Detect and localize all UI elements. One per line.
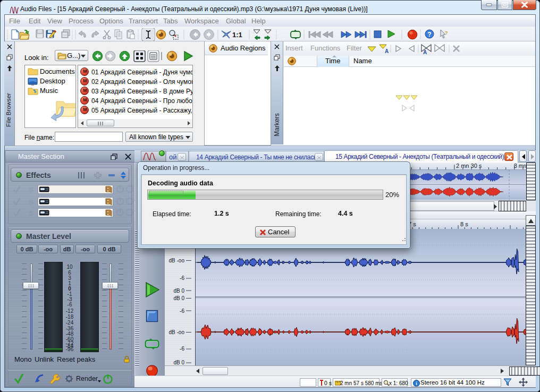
svg-text:i: i: [416, 381, 417, 386]
svg-text:?: ?: [445, 30, 448, 36]
svg-text:-6: -6: [180, 308, 184, 314]
svg-text:S: S: [29, 186, 33, 194]
svg-text:-6: -6: [180, 275, 184, 281]
svg-text:S: S: [29, 209, 33, 217]
svg-text:dB -oo: dB -oo: [169, 329, 185, 335]
svg-text:dB -oo: dB -oo: [169, 258, 185, 263]
svg-text:dB 0: dB 0: [173, 295, 184, 301]
svg-text:?: ?: [427, 31, 431, 38]
svg-text:2 mn 30 s: 2 mn 30 s: [456, 163, 482, 169]
svg-text:8 s: 8 s: [460, 221, 468, 227]
svg-text:1:1: 1:1: [232, 31, 242, 39]
svg-text:-6: -6: [180, 346, 184, 352]
svg-text:A: A: [385, 48, 389, 54]
svg-text:3 mn: 3 mn: [514, 163, 526, 169]
svg-text:A: A: [423, 49, 427, 55]
svg-text:dB 0: dB 0: [173, 360, 184, 365]
svg-text:Render: Render: [76, 375, 98, 382]
svg-text:S: S: [29, 198, 33, 206]
svg-text:dB 0: dB 0: [173, 288, 184, 294]
